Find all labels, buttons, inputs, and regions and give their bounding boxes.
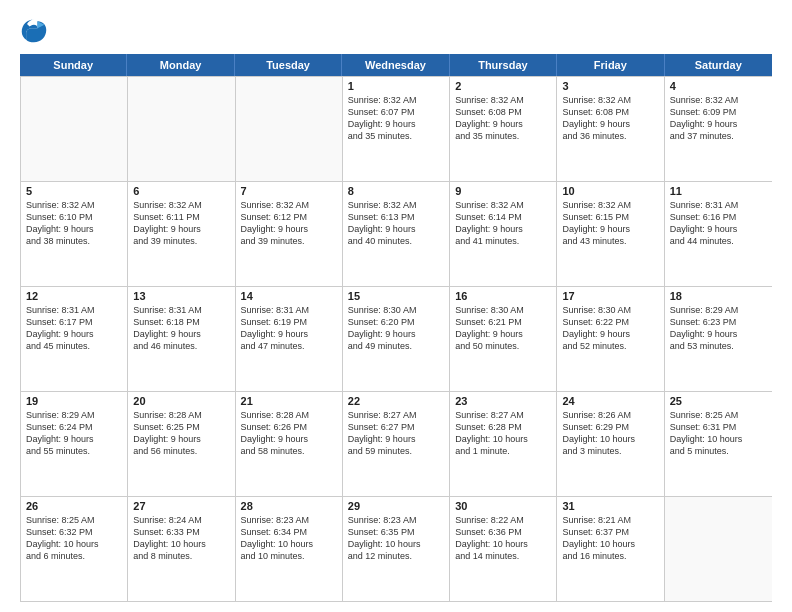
day-info: Sunrise: 8:25 AM Sunset: 6:31 PM Dayligh… <box>670 409 767 458</box>
logo-icon <box>20 16 48 44</box>
day-cell-9: 9Sunrise: 8:32 AM Sunset: 6:14 PM Daylig… <box>450 182 557 286</box>
day-number: 25 <box>670 395 767 407</box>
day-number: 17 <box>562 290 658 302</box>
calendar-row-4: 26Sunrise: 8:25 AM Sunset: 6:32 PM Dayli… <box>21 496 772 601</box>
day-cell-24: 24Sunrise: 8:26 AM Sunset: 6:29 PM Dayli… <box>557 392 664 496</box>
calendar-row-3: 19Sunrise: 8:29 AM Sunset: 6:24 PM Dayli… <box>21 391 772 496</box>
day-number: 10 <box>562 185 658 197</box>
day-info: Sunrise: 8:27 AM Sunset: 6:28 PM Dayligh… <box>455 409 551 458</box>
day-number: 4 <box>670 80 767 92</box>
day-number: 16 <box>455 290 551 302</box>
day-info: Sunrise: 8:27 AM Sunset: 6:27 PM Dayligh… <box>348 409 444 458</box>
day-info: Sunrise: 8:30 AM Sunset: 6:22 PM Dayligh… <box>562 304 658 353</box>
day-cell-2: 2Sunrise: 8:32 AM Sunset: 6:08 PM Daylig… <box>450 77 557 181</box>
day-info: Sunrise: 8:28 AM Sunset: 6:25 PM Dayligh… <box>133 409 229 458</box>
day-number: 24 <box>562 395 658 407</box>
day-info: Sunrise: 8:25 AM Sunset: 6:32 PM Dayligh… <box>26 514 122 563</box>
day-cell-22: 22Sunrise: 8:27 AM Sunset: 6:27 PM Dayli… <box>343 392 450 496</box>
day-number: 13 <box>133 290 229 302</box>
day-number: 23 <box>455 395 551 407</box>
day-info: Sunrise: 8:32 AM Sunset: 6:10 PM Dayligh… <box>26 199 122 248</box>
day-number: 15 <box>348 290 444 302</box>
calendar-body: 1Sunrise: 8:32 AM Sunset: 6:07 PM Daylig… <box>20 76 772 602</box>
day-info: Sunrise: 8:32 AM Sunset: 6:07 PM Dayligh… <box>348 94 444 143</box>
empty-cell-0-1 <box>128 77 235 181</box>
day-cell-8: 8Sunrise: 8:32 AM Sunset: 6:13 PM Daylig… <box>343 182 450 286</box>
day-cell-28: 28Sunrise: 8:23 AM Sunset: 6:34 PM Dayli… <box>236 497 343 601</box>
calendar-row-0: 1Sunrise: 8:32 AM Sunset: 6:07 PM Daylig… <box>21 76 772 181</box>
day-info: Sunrise: 8:32 AM Sunset: 6:08 PM Dayligh… <box>455 94 551 143</box>
day-info: Sunrise: 8:31 AM Sunset: 6:16 PM Dayligh… <box>670 199 767 248</box>
day-cell-26: 26Sunrise: 8:25 AM Sunset: 6:32 PM Dayli… <box>21 497 128 601</box>
day-info: Sunrise: 8:32 AM Sunset: 6:15 PM Dayligh… <box>562 199 658 248</box>
day-cell-31: 31Sunrise: 8:21 AM Sunset: 6:37 PM Dayli… <box>557 497 664 601</box>
day-cell-5: 5Sunrise: 8:32 AM Sunset: 6:10 PM Daylig… <box>21 182 128 286</box>
weekday-header-sunday: Sunday <box>20 54 127 76</box>
day-number: 27 <box>133 500 229 512</box>
weekday-header-thursday: Thursday <box>450 54 557 76</box>
calendar-header: SundayMondayTuesdayWednesdayThursdayFrid… <box>20 54 772 76</box>
day-number: 14 <box>241 290 337 302</box>
day-cell-27: 27Sunrise: 8:24 AM Sunset: 6:33 PM Dayli… <box>128 497 235 601</box>
calendar-row-2: 12Sunrise: 8:31 AM Sunset: 6:17 PM Dayli… <box>21 286 772 391</box>
weekday-header-saturday: Saturday <box>665 54 772 76</box>
day-number: 5 <box>26 185 122 197</box>
calendar: SundayMondayTuesdayWednesdayThursdayFrid… <box>20 54 772 602</box>
weekday-header-wednesday: Wednesday <box>342 54 449 76</box>
day-info: Sunrise: 8:26 AM Sunset: 6:29 PM Dayligh… <box>562 409 658 458</box>
day-cell-30: 30Sunrise: 8:22 AM Sunset: 6:36 PM Dayli… <box>450 497 557 601</box>
day-number: 26 <box>26 500 122 512</box>
day-number: 12 <box>26 290 122 302</box>
day-number: 22 <box>348 395 444 407</box>
day-cell-17: 17Sunrise: 8:30 AM Sunset: 6:22 PM Dayli… <box>557 287 664 391</box>
day-cell-20: 20Sunrise: 8:28 AM Sunset: 6:25 PM Dayli… <box>128 392 235 496</box>
day-number: 6 <box>133 185 229 197</box>
day-info: Sunrise: 8:21 AM Sunset: 6:37 PM Dayligh… <box>562 514 658 563</box>
day-info: Sunrise: 8:22 AM Sunset: 6:36 PM Dayligh… <box>455 514 551 563</box>
day-info: Sunrise: 8:29 AM Sunset: 6:23 PM Dayligh… <box>670 304 767 353</box>
day-number: 21 <box>241 395 337 407</box>
day-info: Sunrise: 8:30 AM Sunset: 6:20 PM Dayligh… <box>348 304 444 353</box>
day-info: Sunrise: 8:32 AM Sunset: 6:14 PM Dayligh… <box>455 199 551 248</box>
day-number: 8 <box>348 185 444 197</box>
day-cell-6: 6Sunrise: 8:32 AM Sunset: 6:11 PM Daylig… <box>128 182 235 286</box>
day-number: 11 <box>670 185 767 197</box>
day-info: Sunrise: 8:31 AM Sunset: 6:18 PM Dayligh… <box>133 304 229 353</box>
day-info: Sunrise: 8:28 AM Sunset: 6:26 PM Dayligh… <box>241 409 337 458</box>
day-cell-29: 29Sunrise: 8:23 AM Sunset: 6:35 PM Dayli… <box>343 497 450 601</box>
empty-cell-0-0 <box>21 77 128 181</box>
day-cell-18: 18Sunrise: 8:29 AM Sunset: 6:23 PM Dayli… <box>665 287 772 391</box>
weekday-header-friday: Friday <box>557 54 664 76</box>
day-number: 1 <box>348 80 444 92</box>
day-info: Sunrise: 8:23 AM Sunset: 6:35 PM Dayligh… <box>348 514 444 563</box>
day-info: Sunrise: 8:32 AM Sunset: 6:11 PM Dayligh… <box>133 199 229 248</box>
day-number: 18 <box>670 290 767 302</box>
day-cell-16: 16Sunrise: 8:30 AM Sunset: 6:21 PM Dayli… <box>450 287 557 391</box>
day-info: Sunrise: 8:29 AM Sunset: 6:24 PM Dayligh… <box>26 409 122 458</box>
day-cell-1: 1Sunrise: 8:32 AM Sunset: 6:07 PM Daylig… <box>343 77 450 181</box>
day-cell-4: 4Sunrise: 8:32 AM Sunset: 6:09 PM Daylig… <box>665 77 772 181</box>
day-cell-21: 21Sunrise: 8:28 AM Sunset: 6:26 PM Dayli… <box>236 392 343 496</box>
day-cell-19: 19Sunrise: 8:29 AM Sunset: 6:24 PM Dayli… <box>21 392 128 496</box>
weekday-header-monday: Monday <box>127 54 234 76</box>
day-cell-3: 3Sunrise: 8:32 AM Sunset: 6:08 PM Daylig… <box>557 77 664 181</box>
day-number: 30 <box>455 500 551 512</box>
day-info: Sunrise: 8:32 AM Sunset: 6:13 PM Dayligh… <box>348 199 444 248</box>
day-number: 9 <box>455 185 551 197</box>
day-info: Sunrise: 8:31 AM Sunset: 6:19 PM Dayligh… <box>241 304 337 353</box>
day-info: Sunrise: 8:32 AM Sunset: 6:09 PM Dayligh… <box>670 94 767 143</box>
day-number: 20 <box>133 395 229 407</box>
day-cell-7: 7Sunrise: 8:32 AM Sunset: 6:12 PM Daylig… <box>236 182 343 286</box>
day-cell-25: 25Sunrise: 8:25 AM Sunset: 6:31 PM Dayli… <box>665 392 772 496</box>
day-info: Sunrise: 8:32 AM Sunset: 6:08 PM Dayligh… <box>562 94 658 143</box>
weekday-header-tuesday: Tuesday <box>235 54 342 76</box>
day-info: Sunrise: 8:30 AM Sunset: 6:21 PM Dayligh… <box>455 304 551 353</box>
day-number: 2 <box>455 80 551 92</box>
day-info: Sunrise: 8:24 AM Sunset: 6:33 PM Dayligh… <box>133 514 229 563</box>
day-info: Sunrise: 8:32 AM Sunset: 6:12 PM Dayligh… <box>241 199 337 248</box>
logo <box>20 16 52 44</box>
day-cell-13: 13Sunrise: 8:31 AM Sunset: 6:18 PM Dayli… <box>128 287 235 391</box>
day-number: 7 <box>241 185 337 197</box>
page: SundayMondayTuesdayWednesdayThursdayFrid… <box>0 0 792 612</box>
day-cell-11: 11Sunrise: 8:31 AM Sunset: 6:16 PM Dayli… <box>665 182 772 286</box>
